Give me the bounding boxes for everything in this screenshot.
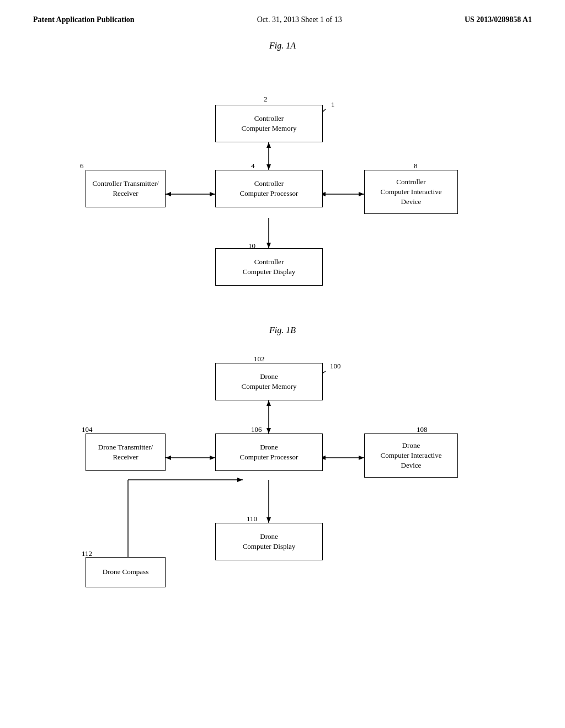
fig1a-display-box: Controller Computer Display <box>215 248 323 286</box>
fig1a-processor-number: 4 <box>251 162 255 170</box>
fig1b-interactive-box: Drone Computer Interactive Device <box>364 433 458 478</box>
fig1b-display-number: 110 <box>247 515 257 523</box>
svg-marker-16 <box>166 456 171 460</box>
fig1a-memory-number: 2 <box>264 95 268 104</box>
fig1a-memory-box: Controller Computer Memory <box>215 105 323 142</box>
svg-marker-5 <box>210 192 215 196</box>
fig1b-diagram: Drone Computer Memory 102 100 Drone Comp… <box>0 352 565 639</box>
svg-marker-19 <box>359 456 364 460</box>
svg-marker-10 <box>266 243 271 248</box>
fig1b-processor-number: 106 <box>251 425 262 434</box>
fig1a-interactive-box: Controller Computer Interactive Device <box>364 170 458 214</box>
svg-marker-4 <box>166 192 171 196</box>
fig1b-interactive-number: 108 <box>417 425 428 434</box>
svg-marker-14 <box>266 428 271 433</box>
fig1b-memory-box: Drone Computer Memory <box>215 363 323 400</box>
fig1b-system-number: 100 <box>330 362 341 371</box>
fig1b-transmitter-box: Drone Transmitter/ Receiver <box>86 433 166 471</box>
fig1b-processor-box: Drone Computer Processor <box>215 433 323 471</box>
fig1a-label: Fig. 1A <box>0 41 565 51</box>
fig1b-display-box: Drone Computer Display <box>215 523 323 560</box>
fig1b-compass-number: 112 <box>82 549 92 558</box>
svg-marker-13 <box>266 400 271 406</box>
fig1a-system-number: 1 <box>331 100 335 109</box>
svg-marker-7 <box>359 192 364 196</box>
fig1b-label: Fig. 1B <box>0 325 565 335</box>
fig1a-transmitter-number: 6 <box>80 162 84 170</box>
fig1b-transmitter-number: 104 <box>82 425 93 434</box>
svg-marker-22 <box>266 517 271 523</box>
svg-marker-2 <box>266 164 271 170</box>
fig1b-memory-number: 102 <box>254 355 265 363</box>
fig1b-compass-box: Drone Compass <box>86 557 166 587</box>
svg-marker-17 <box>210 456 215 460</box>
header-right: US 2013/0289858 A1 <box>465 15 532 24</box>
fig1a-diagram: Controller Computer Memory 2 1 Controlle… <box>0 61 565 325</box>
header-left: Patent Application Publication <box>33 15 135 24</box>
svg-marker-25 <box>237 478 243 482</box>
fig1a-processor-box: Controller Computer Processor <box>215 170 323 207</box>
header-center: Oct. 31, 2013 Sheet 1 of 13 <box>257 15 342 24</box>
fig1a-interactive-number: 8 <box>414 162 418 170</box>
page-header: Patent Application Publication Oct. 31, … <box>0 0 565 30</box>
svg-marker-1 <box>266 142 271 148</box>
fig1a-transmitter-box: Controller Transmitter/ Receiver <box>86 170 166 207</box>
fig1a-display-number: 10 <box>248 242 255 250</box>
